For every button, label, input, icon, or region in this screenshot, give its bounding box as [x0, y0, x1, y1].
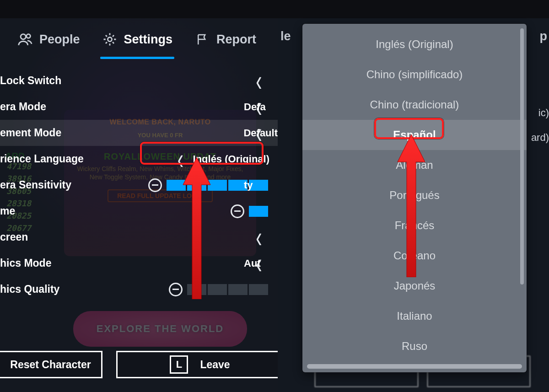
slider-segment: [249, 206, 268, 217]
language-option[interactable]: Inglés (Original): [302, 29, 527, 59]
slider-segment: [187, 180, 206, 191]
menu-tabs: People Settings Report: [0, 18, 278, 60]
svg-point-1: [27, 34, 31, 38]
tab-report[interactable]: Report: [193, 28, 258, 51]
row-label: era Mode: [0, 101, 46, 113]
top-black-bar: [0, 0, 278, 18]
row-label: ement Mode: [0, 127, 61, 139]
minus-icon[interactable]: [148, 178, 162, 192]
row-label: Lock Switch: [0, 75, 61, 87]
dropdown-horizontal-scrollbar[interactable]: [307, 364, 522, 369]
svg-point-0: [21, 34, 26, 39]
tab-people-label: People: [39, 32, 80, 47]
settings-row[interactable]: ement Mode‹Default: [0, 120, 278, 146]
row-label: hics Quality: [0, 283, 59, 295]
viewport: WELCOME BACK, NARUTO YOU HAVE 0 FR ROYAL…: [0, 0, 549, 392]
leave-key-icon: L: [170, 355, 188, 374]
settings-row[interactable]: era Mode‹Defa: [0, 94, 278, 120]
language-option[interactable]: Ruso: [302, 331, 527, 361]
settings-row[interactable]: hics Mode‹Aut: [0, 250, 278, 276]
row-trail: ty: [241, 172, 278, 198]
slider-segment: [167, 180, 186, 191]
top-black-bar-right: [278, 0, 549, 18]
language-option[interactable]: Alemán: [302, 150, 527, 180]
reset-label: Reset Character: [10, 359, 91, 371]
reset-character-button[interactable]: Reset Character: [0, 351, 102, 378]
minus-icon[interactable]: [169, 283, 183, 296]
settings-row[interactable]: creen‹: [0, 224, 278, 250]
footer-buttons: Reset Character L Leave: [0, 351, 278, 378]
dropdown-scrollbar[interactable]: [520, 28, 524, 285]
language-option[interactable]: Japonés: [302, 271, 527, 301]
settings-row[interactable]: me: [0, 198, 278, 224]
people-icon: [17, 32, 33, 47]
tab-settings-label: Settings: [124, 32, 173, 47]
language-option[interactable]: Chino (tradicional): [302, 90, 527, 120]
gear-icon: [102, 32, 118, 47]
slider[interactable]: [169, 283, 269, 296]
language-option[interactable]: Francés: [302, 210, 527, 241]
svg-point-2: [108, 37, 112, 41]
settings-row[interactable]: hics Quality: [0, 276, 278, 302]
row-value: Default: [241, 120, 278, 146]
side-hint-1: ic): [538, 107, 549, 119]
row-value: Defa: [241, 94, 278, 120]
language-option[interactable]: Portugués: [302, 180, 527, 210]
tab-report-label: Report: [216, 32, 256, 47]
settings-rows: Lock Switch‹era Mode‹Defaement Mode‹Defa…: [0, 68, 278, 302]
settings-panel: WELCOME BACK, NARUTO YOU HAVE 0 FR ROYAL…: [0, 0, 278, 392]
leave-label: Leave: [200, 359, 230, 371]
settings-row[interactable]: Lock Switch‹: [0, 68, 278, 94]
language-option[interactable]: Español: [302, 120, 527, 150]
tab-fragment-left: le: [280, 29, 291, 43]
language-dropdown[interactable]: Inglés (Original)Chino (simplificado)Chi…: [302, 24, 527, 372]
tab-settings[interactable]: Settings: [100, 28, 175, 51]
slider-segment: [228, 284, 248, 295]
settings-row[interactable]: rience Language‹Inglés (Original)age: [0, 146, 278, 172]
settings-row[interactable]: era Sensitivityty: [0, 172, 278, 198]
flag-icon: [194, 32, 210, 47]
slider-segment: [208, 180, 227, 191]
slider-segment: [208, 284, 227, 295]
dropdown-list: Inglés (Original)Chino (simplificado)Chi…: [302, 24, 527, 372]
slider-segment: [187, 284, 206, 295]
language-option[interactable]: Chino (simplificado): [302, 59, 527, 90]
row-label: rience Language: [0, 153, 84, 165]
chevron-left-icon[interactable]: ‹: [170, 143, 191, 176]
slider-segment: [249, 284, 268, 295]
minus-icon[interactable]: [231, 204, 244, 218]
row-label: era Sensitivity: [0, 179, 71, 191]
row-value: Aut: [241, 250, 278, 276]
row-label: me: [0, 205, 15, 217]
language-option[interactable]: Italiano: [302, 301, 527, 331]
leave-button[interactable]: L Leave: [116, 351, 278, 378]
side-hint-2: ard): [531, 132, 549, 144]
tab-people[interactable]: People: [16, 28, 82, 51]
tab-fragment-right: p: [540, 29, 548, 43]
language-option[interactable]: Coreano: [302, 241, 527, 271]
row-label: creen: [0, 231, 28, 243]
language-dropdown-panel: le p ic) ard) Inglés (Original)Chino (si…: [278, 0, 549, 392]
slider[interactable]: [231, 204, 269, 218]
row-label: hics Mode: [0, 257, 51, 269]
